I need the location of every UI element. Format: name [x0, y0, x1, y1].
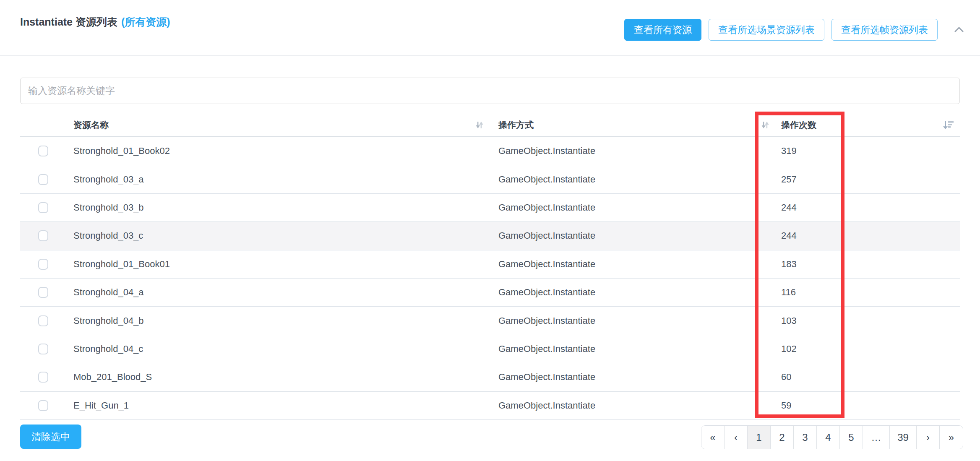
title-filter-link[interactable]: (所有资源) — [121, 16, 170, 28]
operation-count-cell: 102 — [775, 344, 960, 354]
column-label: 操作方式 — [498, 119, 534, 131]
sort-updown-icon[interactable] — [474, 120, 485, 130]
table-row: Stronghold_04_a GameObject.Instantiate 1… — [20, 279, 960, 307]
resource-table: 资源名称 操作方式 操作次数 — [20, 113, 960, 420]
operation-method-cell: GameObject.Instantiate — [489, 344, 775, 354]
operation-count-cell: 183 — [775, 259, 960, 270]
pagination-next-button[interactable]: › — [917, 426, 940, 449]
operation-count-cell: 116 — [775, 287, 960, 298]
column-header-resource-name[interactable]: 资源名称 — [67, 113, 489, 136]
row-checkbox[interactable] — [38, 146, 48, 156]
pagination-page-1[interactable]: 1 — [748, 426, 771, 449]
operation-method-cell: GameObject.Instantiate — [489, 146, 775, 156]
search-input[interactable] — [20, 78, 960, 104]
table-row: Mob_201_Blood_S GameObject.Instantiate 6… — [20, 363, 960, 391]
resource-name-cell: Stronghold_04_a — [67, 287, 489, 298]
table-header-row: 资源名称 操作方式 操作次数 — [20, 113, 960, 137]
row-checkbox[interactable] — [38, 344, 48, 354]
table-row: Stronghold_01_Book01 GameObject.Instanti… — [20, 250, 960, 279]
resource-name-cell: Stronghold_04_b — [67, 315, 489, 326]
table-row-highlighted: Stronghold_03_c GameObject.Instantiate 2… — [20, 222, 960, 250]
pagination-page-4[interactable]: 4 — [817, 426, 840, 449]
resource-name-cell: Stronghold_03_c — [67, 230, 489, 241]
operation-method-cell: GameObject.Instantiate — [489, 202, 775, 213]
table-row: E_Hit_Gun_1 GameObject.Instantiate 59 — [20, 392, 960, 420]
pagination-page-39[interactable]: 39 — [890, 426, 917, 449]
operation-count-cell: 319 — [775, 146, 960, 156]
panel-header: Instantiate 资源列表(所有资源) 查看所有资源 查看所选场景资源列表… — [0, 0, 980, 56]
resource-name-cell: Stronghold_01_Book02 — [67, 146, 489, 156]
table-row: Stronghold_03_a GameObject.Instantiate 2… — [20, 165, 960, 193]
clear-selection-button[interactable]: 清除选中 — [20, 425, 81, 449]
operation-method-cell: GameObject.Instantiate — [489, 230, 775, 241]
sort-updown-icon[interactable] — [760, 120, 770, 130]
resource-name-cell: Mob_201_Blood_S — [67, 372, 489, 383]
table-row: Stronghold_01_Book02 GameObject.Instanti… — [20, 137, 960, 165]
operation-method-cell: GameObject.Instantiate — [489, 174, 775, 185]
operation-count-cell: 244 — [775, 230, 960, 241]
operation-count-cell: 60 — [775, 372, 960, 383]
resource-name-cell: Stronghold_03_b — [67, 202, 489, 213]
pagination-last-button[interactable]: » — [940, 426, 963, 449]
operation-method-cell: GameObject.Instantiate — [489, 287, 775, 298]
view-all-resources-button[interactable]: 查看所有资源 — [624, 19, 701, 41]
operation-count-cell: 244 — [775, 202, 960, 213]
instantiate-resource-panel: Instantiate 资源列表(所有资源) 查看所有资源 查看所选场景资源列表… — [0, 0, 980, 461]
operation-count-cell: 103 — [775, 315, 960, 326]
column-header-operation-count[interactable]: 操作次数 — [775, 113, 960, 136]
header-actions: 查看所有资源 查看所选场景资源列表 查看所选帧资源列表 — [624, 19, 967, 41]
pagination-prev-button[interactable]: ‹ — [725, 426, 748, 449]
table-row: Stronghold_04_b GameObject.Instantiate 1… — [20, 307, 960, 335]
table-row: Stronghold_04_c GameObject.Instantiate 1… — [20, 335, 960, 363]
collapse-panel-button[interactable] — [951, 21, 967, 38]
resource-name-cell: Stronghold_04_c — [67, 344, 489, 354]
pagination-page-3[interactable]: 3 — [794, 426, 817, 449]
operation-count-cell: 257 — [775, 174, 960, 185]
view-selected-frame-resources-button[interactable]: 查看所选帧资源列表 — [831, 19, 938, 41]
resource-name-cell: Stronghold_01_Book01 — [67, 259, 489, 270]
view-selected-scene-resources-button[interactable]: 查看所选场景资源列表 — [709, 19, 824, 41]
operation-method-cell: GameObject.Instantiate — [489, 259, 775, 270]
column-header-operation-method[interactable]: 操作方式 — [489, 113, 775, 136]
column-label: 操作次数 — [781, 119, 816, 131]
row-checkbox[interactable] — [38, 230, 48, 241]
row-checkbox[interactable] — [38, 202, 48, 213]
operation-method-cell: GameObject.Instantiate — [489, 315, 775, 326]
pagination-page-5[interactable]: 5 — [840, 426, 863, 449]
operation-method-cell: GameObject.Instantiate — [489, 372, 775, 383]
pagination: « ‹ 1 2 3 4 5 … 39 › » — [701, 425, 963, 449]
resource-name-cell: Stronghold_03_a — [67, 174, 489, 185]
row-checkbox[interactable] — [38, 400, 48, 411]
row-checkbox[interactable] — [38, 174, 48, 185]
column-label: 资源名称 — [73, 119, 109, 131]
operation-method-cell: GameObject.Instantiate — [489, 400, 775, 411]
sort-descending-icon[interactable] — [942, 120, 954, 130]
row-checkbox[interactable] — [38, 372, 48, 383]
table-row: Stronghold_03_b GameObject.Instantiate 2… — [20, 194, 960, 222]
pagination-page-2[interactable]: 2 — [771, 426, 794, 449]
page-title: Instantiate 资源列表(所有资源) — [20, 15, 170, 29]
resource-name-cell: E_Hit_Gun_1 — [67, 400, 489, 411]
pagination-first-button[interactable]: « — [701, 426, 725, 449]
title-text: Instantiate 资源列表 — [20, 16, 117, 28]
row-checkbox[interactable] — [38, 259, 48, 270]
pagination-ellipsis[interactable]: … — [863, 426, 890, 449]
chevron-up-icon — [953, 25, 965, 34]
operation-count-cell: 59 — [775, 400, 960, 411]
row-checkbox[interactable] — [38, 287, 48, 298]
row-checkbox[interactable] — [38, 315, 48, 326]
